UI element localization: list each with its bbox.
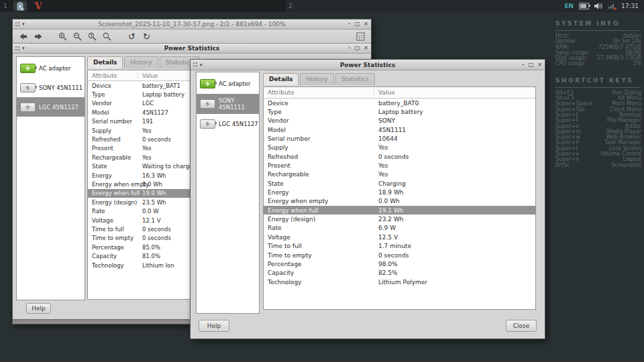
power-statistics-app-icon	[16, 2, 24, 11]
rotate-left-icon[interactable]: ↺	[127, 32, 137, 42]
table-row[interactable]: Time to empty 0 seconds	[264, 251, 535, 259]
table-row[interactable]: Technology Lithium Polymer	[264, 278, 535, 286]
table-row[interactable]: Energy (design) 23.5 Wh	[88, 198, 192, 206]
close-icon[interactable]: ×	[364, 21, 368, 27]
table-row[interactable]: Model 45N1127	[88, 108, 192, 117]
table-row[interactable]: Percentage 85.0%	[88, 243, 192, 251]
table-row[interactable]: Supply Yes	[264, 143, 535, 152]
image-properties-icon[interactable]	[356, 32, 366, 42]
maximize-icon: □	[355, 46, 360, 51]
taskbar-power-statistics-button[interactable]	[13, 1, 27, 11]
battery-tray-icon[interactable]	[579, 3, 589, 9]
attribute-column-header[interactable]: Attribute	[88, 72, 138, 79]
table-row[interactable]: Supply Yes	[88, 126, 192, 135]
table-row[interactable]: Percentage 98.0%	[264, 259, 535, 268]
attribute-column-header[interactable]: Attribute	[264, 89, 374, 96]
viewer-titlebar[interactable]: ▾ Screenshot_2025-11-10_17-30-57.png - 2…	[13, 19, 371, 29]
help-button[interactable]: Help	[199, 320, 229, 332]
table-row[interactable]: Rate 6.9 W	[264, 224, 535, 233]
table-row[interactable]: Energy 16.3 Wh	[88, 171, 192, 180]
workspace-1-label[interactable]: 1	[3, 3, 7, 9]
close-icon: ×	[364, 46, 368, 51]
taskbar-viewnior-button viewnior-app-icon[interactable]: V	[35, 1, 42, 11]
table-row[interactable]: Energy when empty 0.0 Wh	[88, 180, 192, 188]
device-list-item[interactable]: LGC 45N1127	[17, 97, 85, 117]
tab[interactable]: Details	[87, 56, 123, 68]
keyboard-layout-indicator[interactable]: EN	[564, 3, 574, 9]
previous-image-icon[interactable]	[18, 32, 28, 42]
table-row[interactable]: Refreshed 0 seconds	[88, 135, 192, 143]
value-column-header[interactable]: Value	[138, 72, 158, 79]
table-row[interactable]: Time to empty 0 seconds	[88, 234, 192, 243]
table-row[interactable]: Serial number 191	[88, 117, 192, 126]
table-row[interactable]: Energy when full 19.1 Wh	[264, 206, 535, 215]
system-info-row: CPU usage: 2%	[555, 61, 641, 66]
table-row[interactable]: Time to full 0 seconds	[88, 225, 192, 233]
clock[interactable]: 17:31	[621, 3, 639, 9]
table-row[interactable]: Vendor LGC	[88, 99, 192, 108]
tab[interactable]: Statistics	[335, 73, 375, 85]
table-row[interactable]: Device battery_BAT0	[264, 99, 535, 107]
minimize-icon: –	[348, 46, 351, 51]
table-row[interactable]: Model 45N1111	[264, 125, 535, 134]
table-row[interactable]: Voltage 12.5 V	[264, 233, 535, 241]
zoom-normal-icon[interactable]	[87, 32, 97, 42]
table-row[interactable]: Device battery_BAT1	[88, 81, 192, 90]
device-list-item[interactable]: AC adapter	[197, 74, 259, 94]
workspace-2-label[interactable]: 2	[288, 3, 292, 9]
table-row[interactable]: Vendor SONY	[264, 117, 535, 125]
device-list-item[interactable]: SONY 45N1111	[17, 78, 85, 97]
device-list-item[interactable]: LGC 45N1127	[197, 114, 259, 134]
table-row[interactable]: Serial number 10644	[264, 134, 535, 143]
table-row[interactable]: Capacity 82.5%	[264, 269, 535, 278]
zoom-best-fit-icon[interactable]	[102, 32, 112, 42]
table-row[interactable]: Energy when full 19.0 Wh	[88, 189, 192, 198]
table-row[interactable]: Technology Lithium Ion	[88, 261, 192, 269]
minimize-icon[interactable]: –	[348, 21, 351, 27]
viewer-toolbar: ↺ ↻	[13, 29, 371, 44]
table-row[interactable]: Energy (design) 23.2 Wh	[264, 215, 535, 223]
next-image-icon[interactable]	[33, 32, 43, 42]
table-row[interactable]: Rechargeable Yes	[88, 153, 192, 162]
table-row[interactable]: Energy 18.9 Wh	[264, 188, 535, 196]
close-button[interactable]: Close	[506, 320, 537, 332]
table-row[interactable]: Capacity 81.0%	[88, 251, 192, 260]
table-row[interactable]: Type Laptop battery	[264, 107, 535, 116]
power-statistics-titlebar[interactable]: ▾ Power Statistics – □ ×	[191, 60, 545, 70]
table-row[interactable]: State Waiting to charge	[88, 162, 192, 171]
window-grip-icon	[15, 22, 20, 27]
tab[interactable]: History	[124, 56, 158, 68]
tab[interactable]: History	[300, 73, 333, 85]
rotate-right-icon[interactable]: ↻	[142, 32, 152, 42]
window-menu-icon[interactable]: ▾	[200, 62, 203, 68]
shortcut-keys-list: Alt+F2 Run Dialog Alt+F3 Alt Menu Super+…	[555, 90, 641, 168]
maximize-icon[interactable]: □	[529, 62, 534, 68]
table-row[interactable]: Refreshed 0 seconds	[264, 152, 535, 161]
minimize-icon[interactable]: –	[522, 62, 525, 68]
table-row[interactable]: Energy when empty 0.0 Wh	[264, 197, 535, 206]
table-row[interactable]: Time to full 1.7 minute	[264, 242, 535, 251]
table-row[interactable]: Type Laptop battery	[88, 90, 192, 99]
device-list-item[interactable]: SONY 45N1111	[197, 94, 259, 114]
value-column-header[interactable]: Value	[374, 89, 395, 96]
table-body: Device battery_BAT1 Type Laptop battery …	[88, 81, 192, 269]
conky-panel: SYSTEM INFO Host: debian Uptime: 0h 5m 2…	[555, 20, 641, 168]
table-row[interactable]: Present Yes	[88, 144, 192, 153]
table-row[interactable]: State Charging	[264, 179, 535, 188]
table-row[interactable]: Present Yes	[264, 161, 535, 170]
table-row[interactable]: Rate 0.0 W	[88, 206, 192, 215]
battery-icon	[20, 64, 36, 73]
device-list-item[interactable]: AC adapter	[17, 58, 85, 78]
close-icon[interactable]: ×	[537, 62, 542, 68]
tab[interactable]: Details	[263, 73, 299, 85]
volume-tray-icon[interactable]	[594, 3, 602, 9]
maximize-icon[interactable]: □	[355, 21, 360, 27]
table-row[interactable]: Rechargeable Yes	[264, 170, 535, 179]
zoom-in-icon[interactable]	[58, 32, 68, 42]
window-menu-icon[interactable]: ▾	[22, 21, 25, 27]
tab-bar: Details History Statistics	[263, 73, 376, 85]
network-tray-icon[interactable]	[608, 3, 616, 9]
zoom-out-icon[interactable]	[72, 32, 83, 42]
table-row[interactable]: Voltage 12.1 V	[88, 216, 192, 225]
shortcut-row: PrtSc Screenshot	[555, 163, 641, 168]
